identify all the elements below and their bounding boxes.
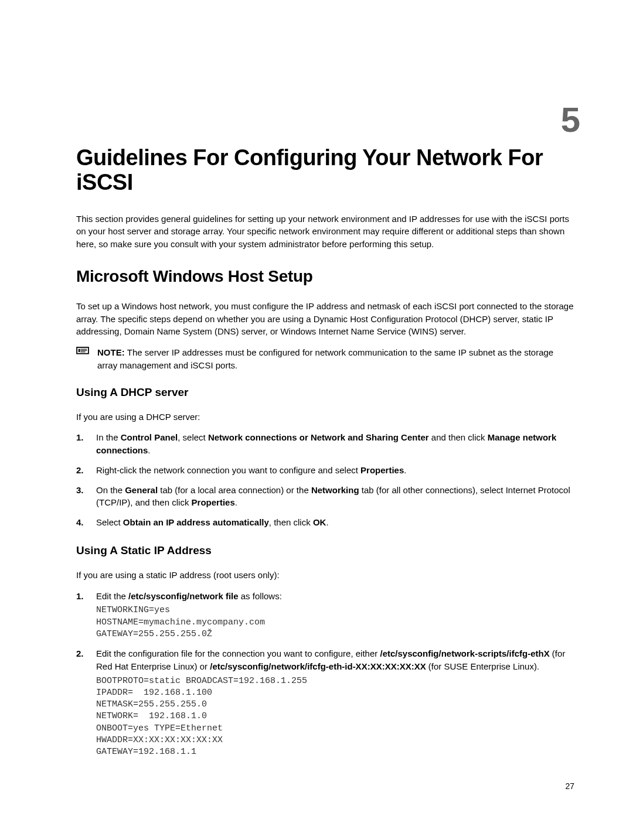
list-item: 4. Select Obtain an IP address automatic… bbox=[76, 516, 574, 529]
note-block: NOTE: The server IP addresses must be co… bbox=[76, 346, 574, 372]
note-body: The server IP addresses must be configur… bbox=[97, 347, 553, 370]
step-text: In the Control Panel, select Network con… bbox=[96, 432, 556, 455]
page-number: 27 bbox=[76, 781, 574, 791]
step-number: 1. bbox=[76, 431, 84, 444]
step-number: 3. bbox=[76, 484, 84, 497]
section-heading: Microsoft Windows Host Setup bbox=[76, 267, 574, 286]
list-item: 3. On the General tab (for a local area … bbox=[76, 484, 574, 510]
step-text: On the General tab (for a local area con… bbox=[96, 485, 570, 508]
svg-rect-5 bbox=[80, 351, 85, 352]
step-text: Right-click the network connection you w… bbox=[96, 465, 406, 475]
intro-paragraph: This section provides general guidelines… bbox=[76, 213, 574, 251]
list-item: 1. Edit the /etc/sysconfig/network file … bbox=[76, 590, 574, 641]
step-text: Select Obtain an IP address automaticall… bbox=[96, 517, 329, 527]
page-content: 5 Guidelines For Configuring Your Networ… bbox=[0, 0, 633, 826]
steps-list-dhcp: 1. In the Control Panel, select Network … bbox=[76, 431, 574, 529]
lead-text: If you are using a DHCP server: bbox=[76, 411, 574, 424]
step-number: 1. bbox=[76, 590, 84, 603]
note-icon bbox=[76, 347, 89, 357]
note-label: NOTE: bbox=[97, 347, 127, 357]
steps-list-static: 1. Edit the /etc/sysconfig/network file … bbox=[76, 590, 574, 759]
page-title: Guidelines For Configuring Your Network … bbox=[76, 146, 574, 195]
note-text: NOTE: The server IP addresses must be co… bbox=[97, 346, 574, 372]
step-text: Edit the /etc/sysconfig/network file as … bbox=[96, 591, 282, 601]
svg-rect-2 bbox=[79, 349, 80, 352]
body-paragraph: To set up a Windows host network, you mu… bbox=[76, 300, 574, 338]
subsection-heading: Using A Static IP Address bbox=[76, 544, 574, 557]
list-item: 2. Edit the configuration file for the c… bbox=[76, 647, 574, 758]
step-number: 2. bbox=[76, 647, 84, 660]
lead-text: If you are using a static IP address (ro… bbox=[76, 569, 574, 582]
step-number: 4. bbox=[76, 516, 84, 529]
code-block: BOOTPROTO=static BROADCAST=192.168.1.255… bbox=[96, 675, 574, 759]
svg-rect-4 bbox=[80, 350, 87, 351]
list-item: 1. In the Control Panel, select Network … bbox=[76, 431, 574, 457]
svg-rect-3 bbox=[80, 349, 87, 350]
code-block: NETWORKING=yes HOSTNAME=mymachine.mycomp… bbox=[96, 605, 574, 640]
chapter-number: 5 bbox=[76, 100, 580, 140]
list-item: 2. Right-click the network connection yo… bbox=[76, 464, 574, 477]
step-text: Edit the configuration file for the conn… bbox=[96, 648, 565, 671]
subsection-heading: Using A DHCP server bbox=[76, 386, 574, 399]
step-number: 2. bbox=[76, 464, 84, 477]
